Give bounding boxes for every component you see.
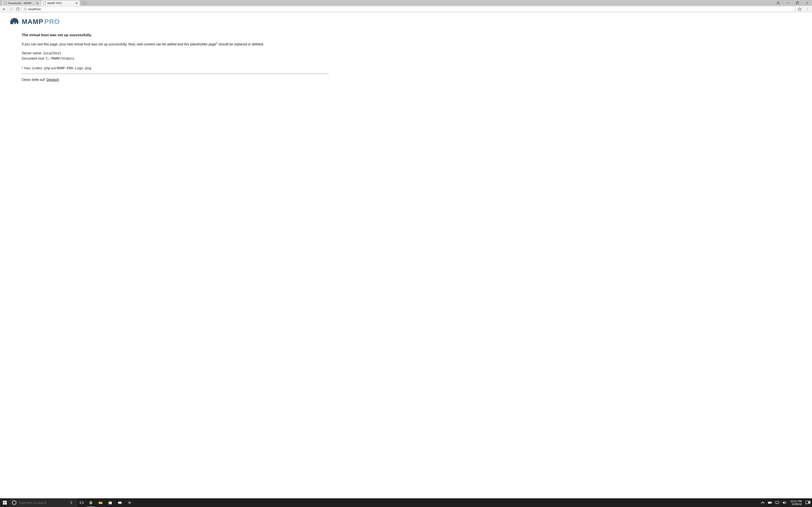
svg-marker-6 <box>798 7 801 11</box>
page-icon <box>43 1 46 5</box>
logo-text-pro: PRO <box>45 18 60 25</box>
site-info-icon[interactable] <box>23 7 27 11</box>
clock-date: 10/30/18 <box>791 503 802 506</box>
svg-point-5 <box>25 8 26 8</box>
server-name-row: Server name: localhost <box>22 51 329 56</box>
svg-rect-17 <box>80 502 80 503</box>
taskbar-clock[interactable]: 10:21 PM 10/30/18 <box>789 500 803 506</box>
logo-text: MAMPPRO <box>22 18 60 25</box>
profile-icon[interactable] <box>773 1 783 5</box>
battery-icon[interactable] <box>767 498 773 507</box>
para-after: should be replaced or deleted. <box>217 42 264 46</box>
reload-button[interactable] <box>15 6 20 12</box>
document-root-row: Document root: C:/MAMP/htdocs <box>22 56 329 61</box>
taskbar-app-store[interactable] <box>105 498 115 507</box>
tab-downloads[interactable]: Downloads - MAMP & M <box>2 0 41 6</box>
language-switch: Diese Seite auf: Deutsch <box>22 78 329 81</box>
page-content: MAMPPRO The virtual host was set up succ… <box>0 12 812 498</box>
svg-rect-18 <box>83 502 84 503</box>
browser-tab-strip: Downloads - MAMP & M MAMP PRO <box>0 0 812 6</box>
taskbar-app-file-explorer[interactable] <box>96 498 105 507</box>
svg-rect-11 <box>3 501 5 502</box>
taskbar-search-input[interactable] <box>19 501 65 505</box>
address-bar <box>0 6 812 12</box>
language-link-deutsch[interactable]: Deutsch <box>47 78 59 81</box>
footnote: 1 Files: index.php and MAMP-PRO-Logo.png <box>22 66 329 70</box>
document-root-label: Document root: <box>22 56 46 60</box>
tab-title: MAMP PRO <box>47 2 74 5</box>
mamp-pro-logo: MAMPPRO <box>10 17 802 26</box>
svg-rect-15 <box>71 501 72 503</box>
svg-rect-14 <box>5 503 7 505</box>
url-input[interactable] <box>28 7 794 11</box>
svg-rect-28 <box>110 503 111 504</box>
svg-point-7 <box>807 8 808 8</box>
footnote-text-mid: and <box>50 67 57 70</box>
document-root-value: C:/MAMP/htdocs <box>46 57 74 61</box>
main-content: The virtual host was set up successfully… <box>10 33 329 81</box>
close-button[interactable] <box>802 0 812 6</box>
mic-icon[interactable] <box>68 501 75 505</box>
volume-icon[interactable] <box>781 498 788 507</box>
svg-rect-25 <box>109 502 110 503</box>
svg-rect-33 <box>768 502 771 503</box>
browser-menu-button[interactable] <box>804 6 811 12</box>
tab-mamp-pro[interactable]: MAMP PRO <box>41 0 80 6</box>
system-tray <box>760 498 789 507</box>
back-button[interactable] <box>1 6 7 12</box>
svg-point-9 <box>807 10 808 10</box>
new-tab-button[interactable] <box>81 1 88 5</box>
footnote-file1: index.php <box>32 66 50 70</box>
window-controls <box>773 0 812 6</box>
svg-rect-27 <box>109 503 110 504</box>
elephant-icon <box>10 17 19 26</box>
action-center-button[interactable]: 1 <box>803 501 812 505</box>
cortana-icon <box>12 501 16 505</box>
svg-rect-16 <box>80 502 83 504</box>
svg-point-10 <box>12 20 12 20</box>
intro-paragraph: If you can see this page, your new virtu… <box>22 41 329 47</box>
tray-expand-icon[interactable] <box>760 498 766 507</box>
svg-point-0 <box>777 2 779 3</box>
footnote-marker: 1 <box>22 66 23 68</box>
task-view-button[interactable] <box>77 498 86 507</box>
taskbar-app-chrome[interactable] <box>86 498 96 507</box>
svg-rect-26 <box>110 502 111 503</box>
page-icon <box>4 1 7 5</box>
server-name-value: localhost <box>43 51 61 55</box>
network-icon[interactable] <box>774 498 780 507</box>
close-icon[interactable] <box>75 2 78 4</box>
taskbar-search[interactable] <box>10 498 77 507</box>
windows-taskbar: 10:21 PM 10/30/18 1 <box>0 498 812 507</box>
tab-title: Downloads - MAMP & M <box>8 2 35 5</box>
svg-rect-12 <box>5 501 7 502</box>
maximize-button[interactable] <box>793 0 802 6</box>
footnote-text-before: Files: <box>23 67 32 70</box>
svg-rect-2 <box>797 2 799 4</box>
para-before: If you can see this page, your new virtu… <box>22 42 216 46</box>
start-button[interactable] <box>0 498 10 507</box>
notification-badge: 1 <box>808 501 811 504</box>
pinned-apps <box>86 498 134 507</box>
page-heading: The virtual host was set up successfully… <box>22 33 329 37</box>
minimize-button[interactable] <box>783 0 793 6</box>
close-icon[interactable] <box>36 2 39 4</box>
tab-list: Downloads - MAMP & M MAMP PRO <box>0 0 87 6</box>
bookmark-button[interactable] <box>797 6 803 12</box>
server-name-label: Server name: <box>22 51 43 55</box>
forward-button[interactable] <box>8 6 13 12</box>
language-label: Diese Seite auf: <box>22 78 47 81</box>
omnibox[interactable] <box>22 6 795 12</box>
svg-rect-32 <box>771 502 772 503</box>
taskbar-app-mail[interactable] <box>115 498 125 507</box>
svg-point-8 <box>807 9 808 9</box>
clock-time: 10:21 PM <box>791 500 802 503</box>
svg-point-23 <box>90 502 91 503</box>
logo-text-mamp: MAMP <box>22 18 44 25</box>
svg-rect-13 <box>3 503 5 505</box>
svg-rect-34 <box>775 501 779 503</box>
footnote-file2: MAMP-PRO-Logo.png <box>57 66 91 70</box>
taskbar-app-mamp[interactable] <box>125 498 134 507</box>
